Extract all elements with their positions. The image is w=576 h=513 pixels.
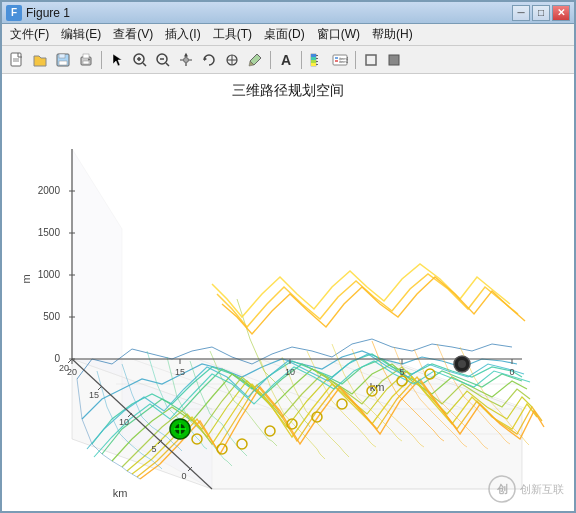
svg-text:km: km [113,487,128,499]
zoom-out-button[interactable] [152,49,174,71]
svg-rect-25 [311,57,316,60]
sep-1 [101,51,102,69]
svg-point-9 [88,58,90,60]
menu-tools[interactable]: 工具(T) [207,24,258,45]
colorbar-button[interactable] [306,49,328,71]
sep-2 [270,51,271,69]
svg-text:15: 15 [89,390,99,400]
pan-button[interactable] [175,49,197,71]
toolbar: A item1item2 [2,46,574,74]
insert-text-button[interactable]: A [275,49,297,71]
brush-button[interactable] [244,49,266,71]
datacursor-button[interactable] [221,49,243,71]
svg-text:20: 20 [67,367,77,377]
menu-file[interactable]: 文件(F) [4,24,55,45]
rotate-button[interactable] [198,49,220,71]
svg-rect-4 [59,54,65,58]
window-controls: ─ □ ✕ [512,5,570,21]
svg-line-12 [143,63,146,66]
menu-edit[interactable]: 编辑(E) [55,24,107,45]
sep-3 [301,51,302,69]
window-title: Figure 1 [26,6,70,20]
svg-rect-7 [83,54,89,58]
svg-point-95 [458,360,466,368]
svg-text:item2: item2 [339,58,348,63]
zoom-in-button[interactable] [129,49,151,71]
title-bar: F Figure 1 ─ □ ✕ [2,2,574,24]
watermark: 创 创新互联 [488,475,564,503]
svg-rect-37 [366,55,376,65]
svg-text:15: 15 [175,367,185,377]
svg-text:1000: 1000 [38,269,61,280]
svg-rect-27 [311,63,316,66]
main-window: F Figure 1 ─ □ ✕ 文件(F) 编辑(E) 查看(V) 插入(I)… [0,0,576,513]
maximize-button[interactable]: □ [532,5,550,21]
print-button[interactable] [75,49,97,71]
svg-rect-8 [83,61,89,64]
title-bar-left: F Figure 1 [6,5,70,21]
svg-text:10: 10 [285,367,295,377]
plot-title: 三维路径规划空间 [2,74,574,100]
sep-4 [355,51,356,69]
svg-text:0: 0 [509,367,514,377]
window-icon: F [6,5,22,21]
menu-window[interactable]: 窗口(W) [311,24,366,45]
legend-button[interactable]: item1item2 [329,49,351,71]
square2-button[interactable] [383,49,405,71]
svg-text:2000: 2000 [38,185,61,196]
svg-text:10: 10 [119,417,129,427]
menu-help[interactable]: 帮助(H) [366,24,419,45]
watermark-logo-icon: 创 [488,475,516,503]
plot-svg: 0 500 1000 1500 2000 m 20 15 10 5 0 km [12,99,568,509]
svg-rect-26 [311,60,316,63]
menu-insert[interactable]: 插入(I) [159,24,206,45]
svg-text:0: 0 [181,471,186,481]
open-button[interactable] [29,49,51,71]
menu-view[interactable]: 查看(V) [107,24,159,45]
minimize-button[interactable]: ─ [512,5,530,21]
svg-text:5: 5 [151,444,156,454]
svg-marker-19 [204,57,207,61]
svg-text:500: 500 [43,311,60,322]
watermark-text: 创新互联 [520,482,564,497]
save-button[interactable] [52,49,74,71]
svg-marker-10 [113,54,122,66]
new-button[interactable] [6,49,28,71]
svg-rect-24 [311,54,316,57]
svg-line-16 [166,63,169,66]
svg-rect-38 [389,55,399,65]
svg-rect-5 [59,61,67,65]
svg-point-18 [184,57,189,62]
svg-text:1500: 1500 [38,227,61,238]
menu-bar: 文件(F) 编辑(E) 查看(V) 插入(I) 工具(T) 桌面(D) 窗口(W… [2,24,574,46]
square1-button[interactable] [360,49,382,71]
menu-desktop[interactable]: 桌面(D) [258,24,311,45]
plot-area[interactable]: 三维路径规划空间 [2,74,574,511]
svg-text:创: 创 [496,483,508,495]
select-button[interactable] [106,49,128,71]
close-button[interactable]: ✕ [552,5,570,21]
svg-text:m: m [20,274,32,283]
